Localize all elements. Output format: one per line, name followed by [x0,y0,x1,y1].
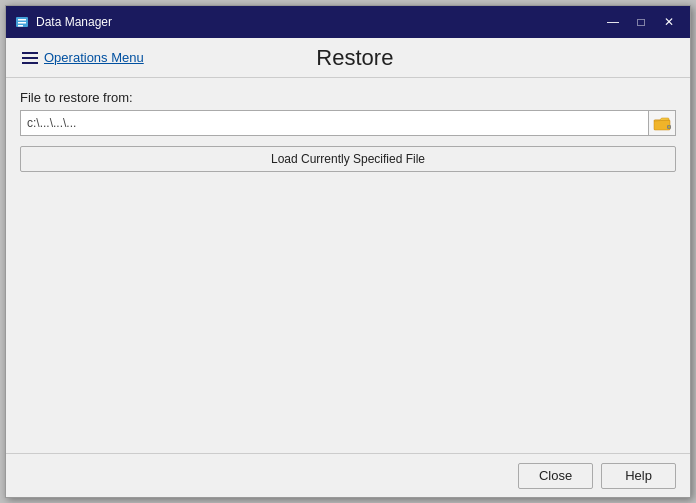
page-title: Restore [150,45,680,71]
main-window: Data Manager — □ ✕ Operations Menu Resto… [5,5,691,498]
svg-point-7 [668,126,670,128]
load-file-button[interactable]: Load Currently Specified File [20,146,676,172]
window-title: Data Manager [36,15,600,29]
title-bar: Data Manager — □ ✕ [6,6,690,38]
folder-icon [653,115,671,131]
svg-rect-2 [18,22,26,24]
maximize-button[interactable]: □ [628,12,654,32]
close-window-button[interactable]: ✕ [656,12,682,32]
browse-button[interactable] [648,110,676,136]
file-path-input[interactable] [20,110,648,136]
operations-menu-button[interactable]: Operations Menu [16,46,150,69]
file-restore-label: File to restore from: [20,90,676,105]
content-area: File to restore from: Load Currently Spe… [6,78,690,453]
hamburger-icon [22,52,38,64]
minimize-button[interactable]: — [600,12,626,32]
help-button[interactable]: Help [601,463,676,489]
window-controls: — □ ✕ [600,12,682,32]
svg-rect-3 [18,25,23,27]
operations-menu-label: Operations Menu [44,50,144,65]
svg-rect-1 [18,19,26,21]
file-input-row [20,110,676,136]
close-button[interactable]: Close [518,463,593,489]
toolbar: Operations Menu Restore [6,38,690,78]
app-icon [14,14,30,30]
footer: Close Help [6,453,690,497]
